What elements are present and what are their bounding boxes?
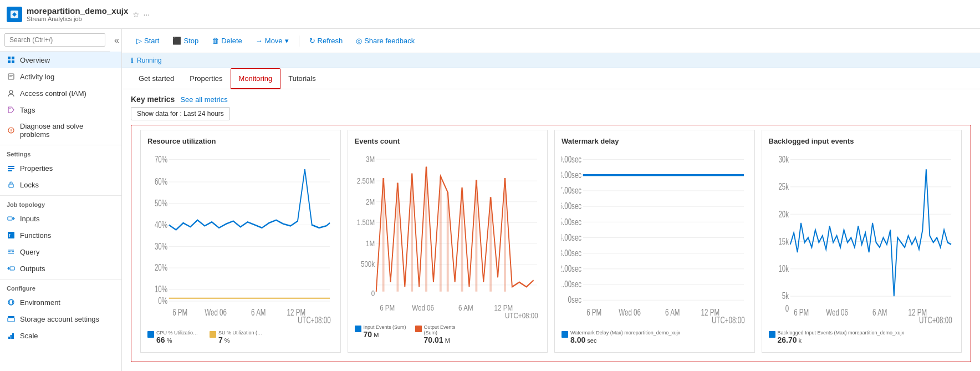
svg-point-25 (8, 299, 14, 305)
svg-text:500k: 500k (360, 260, 374, 269)
tab-get-started[interactable]: Get started (131, 69, 182, 89)
svg-text:6 PM: 6 PM (794, 308, 809, 318)
sidebar-item-outputs[interactable]: Outputs (0, 260, 121, 277)
sidebar-item-scale[interactable]: Scale (0, 327, 121, 344)
svg-text:6 AM: 6 AM (872, 308, 887, 318)
sidebar-item-properties[interactable]: Properties (0, 160, 121, 176)
svg-text:Wed 06: Wed 06 (412, 303, 434, 312)
app-title: morepartition_demo_xujx (27, 6, 128, 16)
svg-rect-28 (8, 316, 14, 318)
sidebar-item-locks-label: Locks (20, 181, 39, 189)
svg-rect-13 (8, 166, 14, 167)
sidebar-item-functions-label: Functions (20, 231, 51, 240)
svg-text:0: 0 (371, 289, 375, 298)
svg-text:Wed 06: Wed 06 (619, 308, 641, 318)
title-block: morepartition_demo_xujx Stream Analytics… (27, 6, 128, 22)
svg-text:0sec: 0sec (568, 295, 582, 305)
sidebar-item-tags[interactable]: Tags (0, 101, 121, 118)
sidebar-collapse-button[interactable]: « (112, 33, 121, 48)
svg-rect-29 (8, 337, 10, 339)
app-subtitle: Stream Analytics job (27, 16, 128, 22)
svg-rect-1 (8, 57, 11, 59)
inputs-icon (7, 214, 16, 223)
key-metrics-title: Key metrics (131, 95, 175, 104)
start-button[interactable]: ▷ Start (131, 34, 165, 48)
refresh-button[interactable]: ↻ Refresh (304, 34, 349, 48)
tab-properties[interactable]: Properties (182, 69, 230, 89)
chart-legend-resource: CPU % Utilization (P... morepartition_de… (147, 330, 334, 345)
sidebar-item-environment-label: Environment (20, 298, 60, 307)
backlogged-events-chart: Backlogged input events 30k 25k 20k 15k … (762, 130, 962, 353)
search-input[interactable] (4, 33, 105, 47)
tab-monitoring[interactable]: Monitoring (231, 68, 281, 89)
svg-text:2.00sec: 2.00sec (562, 263, 581, 273)
chart-legend-events: Input Events (Sum) 70 M Output Events (S… (355, 324, 541, 345)
delete-icon: 🗑 (212, 37, 219, 45)
svg-text:5.00sec: 5.00sec (562, 217, 581, 227)
svg-text:UTC+08:00: UTC+08:00 (298, 316, 331, 326)
svg-text:2M: 2M (365, 197, 374, 206)
key-metrics-bar: Key metrics See all metrics (122, 89, 980, 107)
events-count-chart: Events count 3M 2.50M 2M 1.50M (348, 130, 548, 353)
sidebar-item-inputs[interactable]: Inputs (0, 210, 121, 227)
chart-area-resource: 70% 60% 50% 40% 30% 20% 10% 0% 6 PM (147, 150, 334, 326)
move-button[interactable]: → Move ▾ (250, 34, 294, 48)
tabs-bar: Get started Properties Monitoring Tutori… (122, 68, 980, 89)
chart-title-watermark: Watermark delay (562, 137, 748, 145)
sidebar-item-environment[interactable]: Environment (0, 294, 121, 311)
svg-rect-14 (8, 168, 14, 169)
svg-text:20k: 20k (778, 209, 789, 219)
svg-text:40%: 40% (155, 220, 167, 230)
sidebar-item-diagnose-label: Diagnose and solve problems (20, 122, 115, 139)
sidebar-item-activity-log[interactable]: Activity log (0, 68, 121, 85)
storage-icon (7, 314, 16, 323)
main-content: ▷ Start ⬛ Stop 🗑 Delete → Move ▾ ↻ Refre… (122, 29, 980, 371)
svg-text:9.00sec: 9.00sec (562, 154, 581, 164)
svg-text:Wed 06: Wed 06 (205, 308, 227, 318)
settings-section-label: Settings (0, 145, 121, 160)
stop-button[interactable]: ⬛ Stop (167, 34, 204, 48)
tab-tutorials[interactable]: Tutorials (280, 69, 323, 89)
chart-title-backlogged: Backlogged input events (769, 137, 955, 145)
show-data-button[interactable]: Show data for : Last 24 hours (131, 107, 230, 120)
toolbar: ▷ Start ⬛ Stop 🗑 Delete → Move ▾ ↻ Refre… (122, 29, 980, 53)
svg-text:15k: 15k (778, 236, 789, 246)
share-feedback-button[interactable]: ◎ Share feedback (350, 34, 420, 48)
sidebar-item-query-label: Query (20, 248, 39, 256)
query-icon (7, 247, 16, 256)
svg-rect-27 (8, 318, 14, 322)
job-topology-section-label: Job topology (0, 195, 121, 210)
chart-title-events: Events count (355, 137, 541, 145)
svg-text:7.00sec: 7.00sec (562, 185, 581, 195)
sidebar-item-access-control[interactable]: Access control (IAM) (0, 85, 121, 101)
sidebar-item-diagnose[interactable]: Diagnose and solve problems (0, 118, 121, 143)
svg-text:8.00sec: 8.00sec (562, 170, 581, 180)
delete-button[interactable]: 🗑 Delete (206, 34, 248, 48)
sidebar-item-tags-label: Tags (20, 106, 35, 114)
tags-icon (7, 105, 16, 114)
svg-text:25k: 25k (778, 181, 789, 191)
svg-text:1M: 1M (365, 238, 374, 248)
svg-text:0: 0 (785, 304, 789, 314)
svg-text:Wed 06: Wed 06 (826, 308, 848, 318)
sidebar-item-query[interactable]: Query (0, 243, 121, 260)
sidebar-item-storage-account-settings[interactable]: Storage account settings (0, 311, 121, 327)
sidebar-item-locks[interactable]: Locks (0, 176, 121, 193)
svg-rect-31 (12, 333, 14, 339)
svg-text:10k: 10k (778, 263, 789, 273)
diagnose-icon (7, 126, 16, 135)
outputs-icon (7, 264, 16, 273)
sidebar-item-functions[interactable]: f Functions (0, 227, 121, 243)
activity-log-icon (7, 72, 16, 81)
favorite-icon[interactable]: ☆ (132, 10, 140, 19)
svg-rect-15 (8, 170, 12, 171)
sidebar-item-overview[interactable]: Overview (0, 52, 121, 68)
svg-rect-2 (12, 57, 14, 59)
more-icon[interactable]: ··· (143, 10, 150, 19)
see-all-metrics-link[interactable]: See all metrics (180, 95, 227, 104)
svg-text:30k: 30k (778, 154, 789, 164)
sidebar-item-overview-label: Overview (20, 56, 50, 64)
chart-area-backlogged: 30k 25k 20k 15k 10k 5k 0 6 PM Wed 06 6 A… (769, 150, 955, 326)
move-icon: → (256, 37, 263, 45)
functions-icon: f (7, 231, 16, 240)
